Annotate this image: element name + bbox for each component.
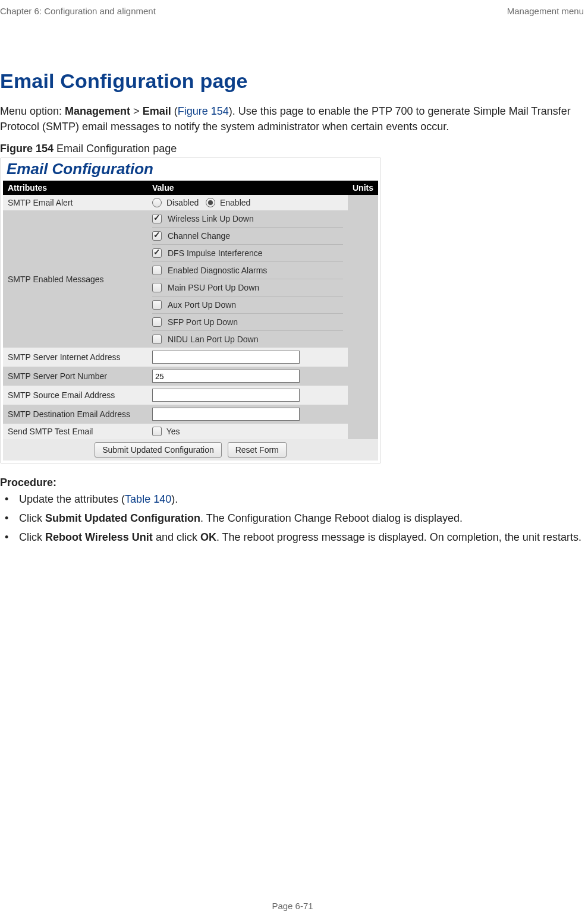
th-attributes: Attributes bbox=[3, 181, 147, 195]
msg-label: Main PSU Port Up Down bbox=[168, 283, 259, 292]
test-email-wrap[interactable]: Yes bbox=[152, 427, 180, 436]
procedure-item: Click Reboot Wireless Unit and click OK.… bbox=[19, 529, 585, 546]
menu-management: Management bbox=[65, 105, 130, 117]
page-title: Email Configuration page bbox=[0, 70, 585, 93]
attr-smtp-messages: SMTP Enabled Messages bbox=[3, 210, 147, 348]
msg-label: NIDU Lan Port Up Down bbox=[168, 335, 259, 344]
radio-disabled-wrap[interactable]: Disabled bbox=[152, 198, 201, 207]
intro-prefix: Menu option: bbox=[0, 105, 65, 117]
msg-label: Channel Change bbox=[168, 231, 230, 241]
messages-list: Wireless Link Up Down Channel Change DFS… bbox=[152, 210, 343, 348]
menu-email: Email bbox=[143, 105, 171, 117]
submit-button[interactable]: Submit Updated Configuration bbox=[95, 442, 222, 458]
figure-caption-bold: Figure 154 bbox=[0, 143, 54, 154]
page-footer: Page 6-71 bbox=[0, 901, 585, 911]
msg-row: Main PSU Port Up Down bbox=[152, 279, 343, 296]
msg-label: Enabled Diagnostic Alarms bbox=[168, 266, 267, 275]
radio-enabled-wrap[interactable]: Enabled bbox=[206, 198, 250, 207]
attr-source-email: SMTP Source Email Address bbox=[3, 386, 147, 405]
chk-test-email[interactable] bbox=[152, 427, 162, 436]
proc-bold: Submit Updated Configuration bbox=[45, 512, 200, 524]
input-dest-email[interactable] bbox=[152, 408, 300, 421]
chk-channel-change[interactable] bbox=[152, 231, 162, 241]
msg-row: DFS Impulse Interference bbox=[152, 244, 343, 261]
attr-server-addr: SMTP Server Internet Address bbox=[3, 348, 147, 367]
radio-enabled-label: Enabled bbox=[220, 198, 250, 207]
procedure-item: Click Submit Updated Configuration. The … bbox=[19, 510, 585, 527]
msg-label: Aux Port Up Down bbox=[168, 300, 236, 310]
figure-link[interactable]: Figure 154 bbox=[178, 105, 229, 117]
proc-bold: OK bbox=[200, 531, 216, 543]
msg-row: Enabled Diagnostic Alarms bbox=[152, 261, 343, 279]
intro-paragraph: Menu option: Management > Email (Figure … bbox=[0, 103, 585, 134]
intro-paren-close: ). bbox=[229, 105, 238, 117]
config-table: Attributes Value Units SMTP Email Alert … bbox=[3, 181, 378, 461]
msg-label: Wireless Link Up Down bbox=[168, 214, 254, 223]
chk-dfs-impulse[interactable] bbox=[152, 248, 162, 258]
proc-bold: Reboot Wireless Unit bbox=[45, 531, 153, 543]
proc-text: Update the attributes ( bbox=[19, 493, 125, 505]
th-units: Units bbox=[348, 181, 378, 195]
radio-disabled-label: Disabled bbox=[166, 198, 199, 207]
chk-diag-alarms[interactable] bbox=[152, 266, 162, 275]
attr-smtp-alert: SMTP Email Alert bbox=[3, 195, 147, 210]
reset-button[interactable]: Reset Form bbox=[228, 442, 287, 458]
input-server-addr[interactable] bbox=[152, 351, 300, 364]
figure-caption: Figure 154 Email Configuration page bbox=[0, 143, 585, 155]
chk-aux-port[interactable] bbox=[152, 300, 162, 310]
attr-dest-email: SMTP Destination Email Address bbox=[3, 405, 147, 424]
header-right: Management menu bbox=[507, 6, 584, 16]
proc-text: and click bbox=[153, 531, 200, 543]
intro-sep: > bbox=[130, 105, 143, 117]
panel-title: Email Configuration bbox=[3, 160, 378, 181]
radio-disabled[interactable] bbox=[152, 198, 162, 207]
email-config-panel: Email Configuration Attributes Value Uni… bbox=[0, 157, 381, 463]
msg-row: SFP Port Up Down bbox=[152, 313, 343, 330]
attr-test-email: Send SMTP Test Email bbox=[3, 424, 147, 439]
msg-label: DFS Impulse Interference bbox=[168, 248, 263, 258]
msg-row: Channel Change bbox=[152, 227, 343, 244]
input-source-email[interactable] bbox=[152, 389, 300, 402]
procedure-list: Update the attributes (Table 140). Click… bbox=[1, 491, 585, 546]
proc-text: . The reboot progress message is display… bbox=[216, 531, 581, 543]
chk-sfp-port[interactable] bbox=[152, 317, 162, 327]
msg-row: Wireless Link Up Down bbox=[152, 210, 343, 227]
header-left: Chapter 6: Configuration and alignment bbox=[0, 6, 156, 16]
radio-enabled[interactable] bbox=[206, 198, 215, 207]
msg-row: NIDU Lan Port Up Down bbox=[152, 330, 343, 348]
test-email-label: Yes bbox=[166, 427, 180, 436]
procedure-heading: Procedure: bbox=[0, 477, 585, 489]
procedure-item: Update the attributes (Table 140). bbox=[19, 491, 585, 508]
intro-paren-open: ( bbox=[171, 105, 178, 117]
figure-caption-rest: Email Configuration page bbox=[54, 143, 177, 154]
th-value: Value bbox=[147, 181, 348, 195]
msg-row: Aux Port Up Down bbox=[152, 296, 343, 313]
chk-nidu-lan[interactable] bbox=[152, 335, 162, 344]
msg-label: SFP Port Up Down bbox=[168, 317, 238, 327]
attr-server-port: SMTP Server Port Number bbox=[3, 367, 147, 386]
proc-text: Click bbox=[19, 531, 45, 543]
proc-text: . The Configuration Change Reboot dialog… bbox=[200, 512, 463, 524]
chk-wireless-link[interactable] bbox=[152, 214, 162, 223]
table-link[interactable]: Table 140 bbox=[125, 493, 171, 505]
input-server-port[interactable] bbox=[152, 370, 300, 383]
proc-text: Click bbox=[19, 512, 45, 524]
proc-text: ). bbox=[171, 493, 178, 505]
chk-main-psu[interactable] bbox=[152, 283, 162, 292]
